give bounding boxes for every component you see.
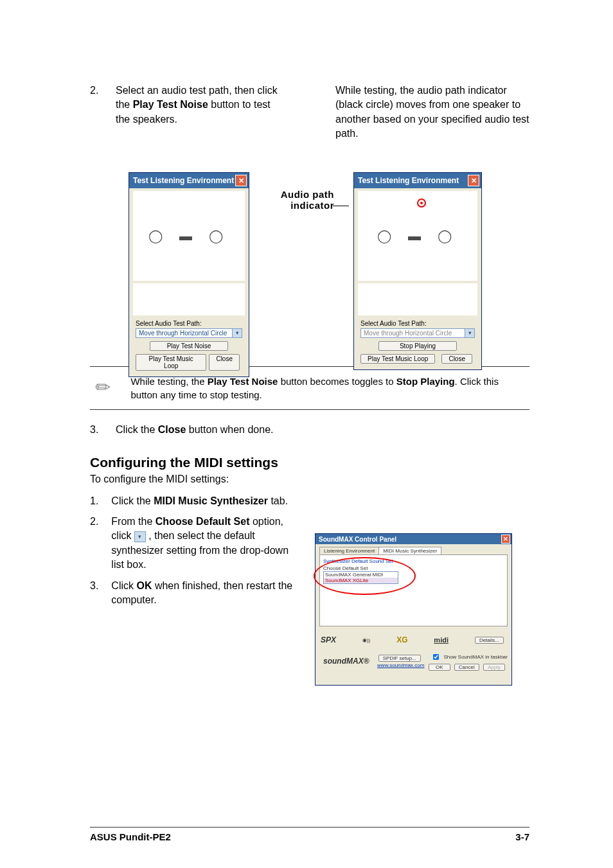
speaker-diagram: ◯ ▬ ◯: [358, 191, 477, 281]
audio-test-path-select[interactable]: Move through Horizontal Circle ▾: [136, 328, 242, 338]
window-title: Test Listening Environment: [133, 176, 234, 185]
chevron-down-icon: ▾: [134, 531, 146, 542]
play-test-music-loop-button[interactable]: Play Test Music Loop: [136, 354, 206, 371]
step2-number: 2.: [90, 84, 103, 127]
audio-path-indicator-dot: [417, 199, 426, 208]
smx-title: SoundMAX Control Panel: [319, 536, 396, 543]
window-title: Test Listening Environment: [358, 176, 459, 185]
stop-playing-button[interactable]: Stop Playing: [378, 341, 457, 351]
section-heading-midi: Configuring the MIDI settings: [90, 455, 529, 470]
soundmax-control-panel: SoundMAX Control Panel ✕ Listening Envir…: [315, 533, 512, 686]
step3-text: Click the Close button when done.: [116, 424, 273, 436]
play-test-music-loop-button[interactable]: Play Test Music Loop: [360, 354, 435, 364]
details-button[interactable]: Details...: [475, 637, 504, 644]
audio-path-indicator-callout: Audio path indicator: [257, 190, 334, 211]
footer-right: 3-7: [515, 831, 529, 842]
footer-left: ASUS Pundit-PE2: [90, 831, 171, 842]
midi-step1-number: 1.: [90, 494, 98, 508]
step2-right-text: While testing, the audio path indicator …: [335, 84, 529, 141]
tab-listening-environment[interactable]: Listening Environment: [319, 547, 379, 554]
midi-step3-number: 3.: [90, 579, 98, 608]
spx-logo: SPX: [321, 635, 336, 644]
midi-step2-number: 2.: [90, 515, 98, 572]
midi-logo: midi: [434, 636, 449, 644]
section-intro: To configure the MIDI settings:: [90, 474, 529, 485]
midi-step2-text: From the Choose Default Set option, clic…: [111, 515, 302, 572]
soundmax-link[interactable]: www.soundmax.com: [377, 662, 424, 668]
select-path-label: Select Audio Test Path:: [136, 320, 242, 327]
close-button[interactable]: Close: [209, 354, 240, 371]
xg-logo: XG: [396, 635, 407, 644]
apply-button: Apply: [483, 664, 505, 671]
show-in-taskbar-checkbox[interactable]: Show SoundMAX in taskbar: [429, 654, 508, 660]
choose-default-set-label: Choose Default Set: [323, 565, 504, 571]
close-button[interactable]: Close: [441, 354, 472, 364]
ok-button[interactable]: OK: [429, 664, 450, 671]
step3-number: 3.: [90, 424, 103, 436]
audio-test-path-select-disabled: Move through Horizontal Circle ▾: [360, 328, 475, 338]
speaker-diagram: ◯ ▬ ◯: [133, 191, 245, 281]
tab-midi-music-synthesizer[interactable]: MIDI Music Synthesizer: [378, 547, 441, 554]
step2-left-text: Select an audio test path, then click th…: [116, 84, 284, 127]
close-icon[interactable]: ✕: [468, 175, 479, 186]
close-icon[interactable]: ✕: [235, 175, 247, 186]
spdif-setup-button[interactable]: SPDIF setup...: [378, 655, 421, 662]
select-path-label: Select Audio Test Path:: [360, 320, 475, 327]
play-test-noise-button[interactable]: Play Test Noise: [150, 341, 228, 351]
default-set-option-selected[interactable]: SoundMAX XGLite: [324, 578, 398, 583]
close-icon[interactable]: ✕: [501, 535, 510, 544]
test-listening-window-right: Test Listening Environment ✕ ◯ ▬ ◯ Selec…: [353, 172, 482, 370]
note-text: While testing, the Play Test Noise butto…: [130, 375, 523, 402]
soundmax-brand: soundMAX®: [319, 655, 373, 667]
chevron-down-icon: ▾: [465, 329, 474, 337]
sonic-icon: ◉)): [362, 637, 370, 643]
cancel-button[interactable]: Cancel: [454, 664, 479, 671]
midi-step1-text: Click the MIDI Music Synthesizer tab.: [111, 494, 288, 508]
default-set-option[interactable]: SoundMAX General MIDI: [324, 572, 398, 578]
chevron-down-icon[interactable]: ▾: [232, 329, 242, 337]
midi-step3-text: Click OK when finished, then restart the…: [111, 579, 302, 608]
test-listening-window-left: Test Listening Environment ✕ ◯ ▬ ◯ Selec…: [129, 172, 249, 377]
group-label: Synthesizer Default Sound Set: [323, 558, 504, 564]
note-pencil-icon: ✎: [89, 373, 119, 402]
